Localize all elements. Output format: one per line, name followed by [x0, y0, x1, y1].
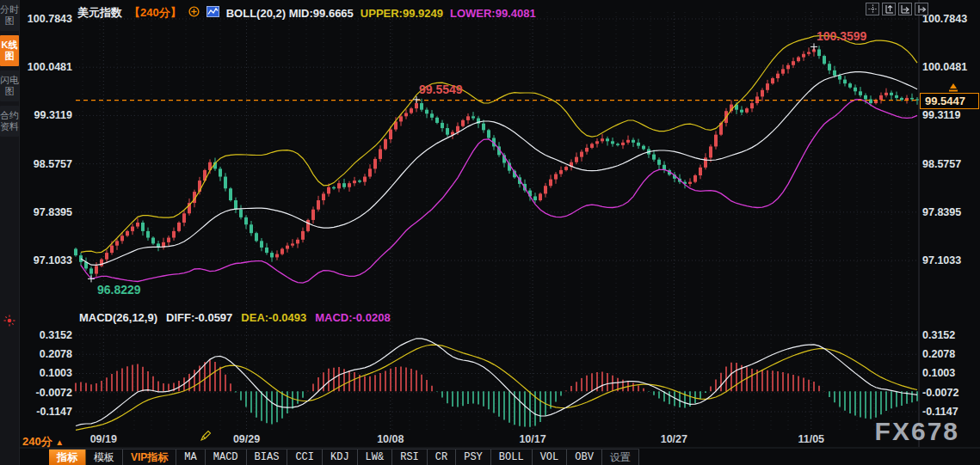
macd-axis-label-right: -0.1147	[922, 406, 958, 418]
toolbar-item-VOL[interactable]: VOL	[533, 450, 568, 465]
toolbar-item-指标[interactable]: 指标	[49, 450, 86, 465]
price-axis-label-left: 99.3119	[24, 109, 72, 121]
toolbar-item-MA[interactable]: MA	[176, 450, 205, 465]
toolbar-item-PSY[interactable]: PSY	[456, 450, 491, 465]
x-axis-scale-icon[interactable]	[898, 3, 912, 15]
sidebar: 分时图K线图闪电图合约资料	[0, 0, 20, 465]
x-axis-date-label: 10/08	[377, 433, 404, 445]
x-axis-date-label: 09/19	[90, 433, 117, 445]
extreme-price-annotation: 96.8229	[97, 283, 141, 297]
current-price-box[interactable]: 99.5447	[920, 93, 979, 109]
x-axis-date-label: 09/29	[233, 433, 260, 445]
price-annotations: 99.5549100.359996.8229	[88, 29, 867, 297]
macd-histogram	[76, 360, 917, 427]
boll-lower-label: LOWER:99.4081	[450, 7, 536, 20]
pencil-icon[interactable]	[200, 430, 212, 445]
price-axis-label-right: 100.7843	[922, 13, 967, 25]
x-axis-date-label: 11/05	[798, 433, 824, 445]
chart-application-window: 99.5549100.359996.8229 分时图K线图闪电图合约资料 美元指…	[0, 0, 980, 465]
toolbar-item-MACD[interactable]: MACD	[206, 450, 247, 465]
period-label[interactable]: 【240分】	[129, 5, 182, 21]
price-axis-label-right: 97.1033	[922, 254, 961, 266]
macd-axis-label-left: -0.1147	[24, 406, 72, 418]
toolbar-item-设置[interactable]: 设置	[602, 450, 639, 465]
toolbar-item-OBV[interactable]: OBV	[567, 450, 602, 465]
boll-name-label: BOLL(20,2) MID:99.6665	[226, 7, 354, 20]
main-chart-canvas[interactable]: 99.5549100.359996.8229	[0, 0, 980, 465]
macd-lines	[76, 339, 917, 431]
add-indicator-icon[interactable]	[188, 6, 200, 20]
candlestick-series	[74, 46, 919, 278]
indicator-toolbar: 指标模板VIP指标MAMACDBIASCCIKDJLW&RSICRPSYBOLL…	[49, 449, 639, 465]
chart-header: 美元指数 【240分】 BOLL(20,2) MID:99.6665 UPPER…	[77, 5, 536, 21]
watermark: FX678	[875, 417, 959, 446]
toolbar-item-BIAS[interactable]: BIAS	[247, 450, 288, 465]
pan-right-icon[interactable]	[915, 3, 928, 15]
x-axis-date-label: 10/27	[661, 433, 687, 445]
toolbar-item-CCI[interactable]: CCI	[287, 450, 323, 465]
price-axis-label-right: 100.0481	[922, 61, 967, 73]
price-axis-label-right: 98.5757	[922, 158, 961, 170]
x-axis-date-label: 10/17	[519, 433, 545, 445]
macd-axis-label-left: -0.0072	[24, 387, 72, 399]
price-axis-label-left: 100.0481	[24, 61, 72, 73]
macd-header: MACD(26,12,9) DIFF:-0.0597 DEA:-0.0493 M…	[79, 311, 391, 324]
y-axis-scale-icon[interactable]	[882, 3, 896, 15]
macd-axis-label-right: 0.1003	[922, 367, 955, 379]
macd-axis-label-left: 0.1003	[24, 367, 72, 379]
macd-axis-label-right: 0.3152	[922, 329, 955, 341]
macd-name-label: MACD(26,12,9)	[79, 311, 157, 324]
extreme-price-annotation: 99.5549	[419, 83, 463, 96]
toolbar-item-VIP指标[interactable]: VIP指标	[123, 450, 176, 465]
price-axis-label-left: 97.8395	[24, 206, 72, 218]
alert-icon[interactable]	[3, 315, 15, 330]
toolbar-item-模板[interactable]: 模板	[86, 450, 123, 465]
price-axis-label-left: 98.5757	[24, 158, 72, 170]
sidebar-tabs: 分时图K线图闪电图合约资料	[0, 0, 19, 137]
sidebar-tab-active[interactable]: K线图	[0, 35, 19, 66]
boll-upper-label: UPPER:99.9249	[361, 7, 443, 20]
macd-axis-label-left: 0.2078	[24, 348, 72, 360]
footer-period-tag[interactable]: 240分 ▲	[22, 434, 64, 450]
price-axis-label-right: 99.3119	[922, 109, 961, 121]
extreme-price-annotation: 100.3599	[817, 29, 867, 43]
toolbar-item-KDJ[interactable]: KDJ	[323, 450, 358, 465]
crosshair-tool-icon[interactable]	[866, 3, 879, 15]
chart-icon[interactable]	[206, 6, 219, 20]
price-axis-label-right: 97.8395	[922, 206, 961, 218]
toolbar-item-RSI[interactable]: RSI	[392, 450, 428, 465]
macd-diff-label: DIFF:-0.0597	[166, 311, 232, 324]
sidebar-tab-item[interactable]: 闪电图	[0, 70, 19, 101]
sidebar-tab-item[interactable]: 合约资料	[0, 106, 19, 137]
toolbar-item-LW&[interactable]: LW&	[358, 450, 393, 465]
macd-axis-label-right: 0.2078	[922, 348, 955, 360]
expand-arrow-icon: ▲	[55, 437, 64, 447]
price-axis-label-left: 97.1033	[24, 254, 72, 266]
symbol-name: 美元指数	[77, 5, 122, 21]
chart-tool-buttons	[866, 3, 928, 15]
macd-axis-label-left: 0.3152	[24, 329, 72, 341]
macd-dea-label: DEA:-0.0493	[241, 311, 306, 324]
toolbar-item-CR[interactable]: CR	[428, 450, 456, 465]
macd-value-label: MACD:-0.0208	[315, 311, 390, 324]
price-axis-label-left: 100.7843	[24, 13, 72, 25]
toolbar-item-BOLL[interactable]: BOLL	[491, 450, 533, 465]
bollinger-bands	[81, 36, 917, 284]
sidebar-tab-item[interactable]: 分时图	[0, 0, 19, 31]
macd-axis-label-right: -0.0072	[922, 387, 958, 399]
